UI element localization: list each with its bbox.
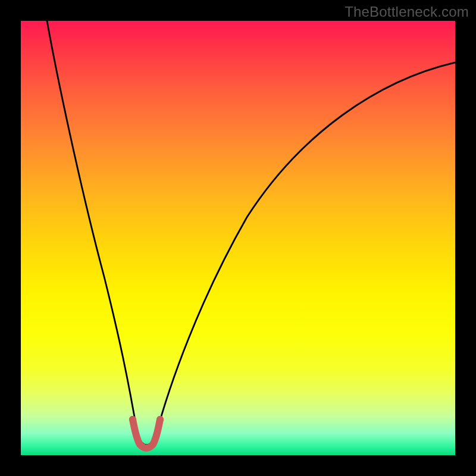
plot-area bbox=[21, 21, 455, 455]
svg-point-1 bbox=[156, 416, 164, 423]
watermark-text: TheBottleneck.com bbox=[345, 4, 469, 20]
curve-right-branch bbox=[155, 62, 455, 437]
chart-frame: TheBottleneck.com bbox=[0, 0, 476, 476]
curve-valley-highlight bbox=[133, 419, 160, 448]
valley-dots bbox=[129, 416, 164, 423]
svg-point-0 bbox=[129, 416, 136, 423]
curve-layer bbox=[21, 21, 455, 455]
curve-left-branch bbox=[47, 21, 138, 437]
